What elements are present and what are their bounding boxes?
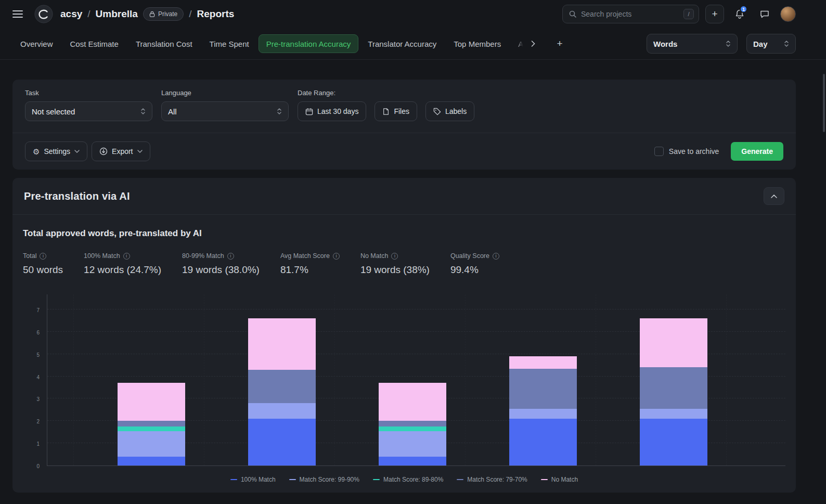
stat-no-match: No Matchi 19 words (38%)	[360, 252, 430, 276]
search-icon	[569, 10, 577, 18]
hamburger-icon	[12, 10, 23, 18]
period-select[interactable]: Day	[746, 34, 796, 54]
stats-row: Totali 50 words 100% Matchi 12 words (24…	[23, 252, 785, 276]
create-new-button[interactable]: +	[705, 5, 724, 23]
stat-label: Avg Match Score	[280, 252, 330, 260]
search-input[interactable]	[581, 10, 679, 18]
y-tick-label: 2	[36, 419, 40, 424]
gridline-horizontal	[47, 309, 785, 309]
stacked-bar-chart: 01234567	[23, 294, 785, 466]
legend-item-100-match[interactable]: 100% Match	[230, 476, 276, 483]
bar-segment	[379, 427, 446, 431]
y-tick-label: 3	[36, 396, 40, 402]
stat-value: 81.7%	[280, 264, 340, 276]
legend-label: Match Score: 99-90%	[300, 476, 359, 483]
filter-divider	[12, 133, 796, 133]
legend-item-match-79-70[interactable]: Match Score: 79-70%	[457, 476, 527, 483]
tab-top-members[interactable]: Top Members	[446, 34, 509, 53]
date-range-label: Date Range:	[298, 89, 474, 97]
labels-filter-button[interactable]: Labels	[425, 101, 474, 121]
stat-100-match: 100% Matchi 12 words (24.7%)	[84, 252, 161, 276]
stat-label: Quality Score	[450, 252, 489, 260]
bar-segment	[640, 318, 707, 367]
bar-segment	[509, 409, 577, 419]
stat-label: 100% Match	[84, 252, 120, 260]
bar-segment	[509, 369, 577, 409]
language-filter-group: Language All	[161, 89, 289, 121]
export-button-label: Export	[112, 147, 133, 156]
tab-overview[interactable]: Overview	[12, 34, 61, 53]
y-tick-label: 6	[36, 330, 40, 335]
date-range-value: Last 30 days	[317, 107, 358, 115]
legend-item-match-99-90[interactable]: Match Score: 99-90%	[289, 476, 359, 483]
hamburger-menu-button[interactable]	[8, 5, 27, 23]
date-range-button[interactable]: Last 30 days	[298, 101, 366, 121]
tab-translator-accuracy[interactable]: Translator Accuracy	[360, 34, 444, 53]
file-icon	[382, 108, 390, 115]
info-icon[interactable]: i	[227, 253, 234, 260]
generate-button[interactable]: Generate	[731, 142, 783, 161]
legend-dash	[457, 479, 463, 480]
tab-truncated[interactable]: A	[510, 34, 524, 53]
breadcrumb: acsy / Umbrella Private / Reports	[60, 7, 234, 21]
info-icon[interactable]: i	[333, 253, 340, 260]
tab-time-spent[interactable]: Time Spent	[202, 34, 257, 53]
tab-cost-estimate[interactable]: Cost Estimate	[62, 34, 126, 53]
chat-icon	[759, 9, 770, 19]
app-logo[interactable]	[34, 5, 53, 23]
stat-value: 19 words (38%)	[360, 264, 430, 276]
breadcrumb-project[interactable]: Umbrella	[96, 8, 138, 20]
bar-segment	[118, 427, 185, 431]
lock-icon	[149, 11, 155, 17]
add-report-tab-button[interactable]: +	[552, 35, 567, 52]
tabs-scroll-right-button[interactable]	[525, 35, 541, 52]
stat-total: Totali 50 words	[23, 252, 63, 276]
bar-segment	[118, 431, 185, 457]
chart-plot	[47, 294, 785, 466]
date-range-filter-group: Date Range: Last 30 days Files	[298, 89, 474, 121]
breadcrumb-separator: /	[87, 8, 90, 20]
language-label: Language	[161, 89, 289, 97]
legend-dash	[289, 479, 296, 480]
breadcrumb-org[interactable]: acsy	[60, 8, 82, 20]
stat-label: No Match	[360, 252, 389, 260]
language-select[interactable]: All	[161, 101, 289, 121]
legend-item-no-match[interactable]: No Match	[541, 476, 578, 483]
collapse-card-button[interactable]	[764, 187, 784, 205]
info-icon[interactable]: i	[391, 253, 398, 260]
bar-segment	[379, 421, 446, 427]
unit-select[interactable]: Words	[647, 34, 738, 54]
gridline-vertical	[465, 294, 466, 466]
tab-pre-translation-accuracy[interactable]: Pre-translation Accuracy	[259, 34, 359, 53]
scrollbar-thumb[interactable]	[823, 74, 825, 132]
save-to-archive-label[interactable]: Save to archive	[669, 147, 719, 156]
info-icon[interactable]: i	[123, 253, 130, 260]
bar-segment	[379, 457, 446, 466]
chart-legend: 100% Match Match Score: 99-90% Match Sco…	[23, 476, 785, 483]
save-to-archive-checkbox[interactable]	[654, 147, 664, 156]
gear-icon: ⚙	[33, 148, 40, 156]
user-avatar[interactable]	[780, 6, 796, 22]
select-arrows-icon	[784, 40, 789, 48]
task-select[interactable]: Not selected	[25, 101, 152, 121]
logo-icon	[34, 5, 53, 23]
search-box[interactable]: /	[562, 5, 699, 23]
settings-button[interactable]: ⚙ Settings	[25, 141, 87, 161]
caret-down-icon	[137, 150, 143, 153]
legend-item-match-89-80[interactable]: Match Score: 89-80%	[373, 476, 443, 483]
messages-button[interactable]	[755, 5, 774, 23]
bar-segment	[248, 318, 316, 370]
tab-translation-cost[interactable]: Translation Cost	[128, 34, 200, 53]
info-icon[interactable]: i	[493, 253, 499, 260]
y-tick-label: 5	[36, 352, 40, 358]
calendar-icon	[305, 108, 313, 115]
info-icon[interactable]: i	[40, 253, 46, 260]
export-button[interactable]: Export	[92, 141, 150, 161]
bar-segment	[248, 370, 316, 403]
files-filter-button[interactable]: Files	[375, 101, 417, 121]
task-select-value: Not selected	[32, 107, 75, 116]
notifications-button[interactable]: 1	[730, 5, 749, 23]
bar-segment	[118, 421, 185, 427]
chart-y-axis: 01234567	[23, 294, 44, 466]
report-title: Pre-translation via AI	[24, 190, 130, 202]
